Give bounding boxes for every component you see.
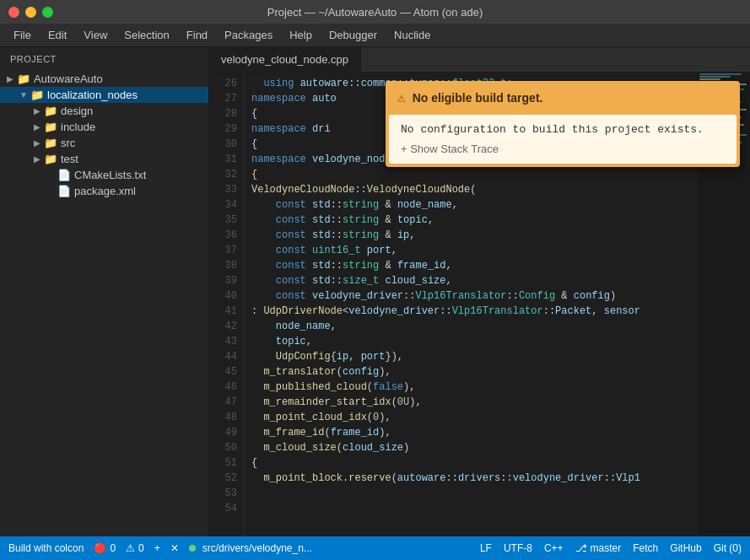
file-path-label: src/drivers/velodyne_n... (202, 542, 312, 554)
arrow-icon: ▶ (30, 106, 44, 116)
menubar-item-debugger[interactable]: Debugger (322, 26, 384, 44)
minimize-button[interactable] (25, 7, 36, 18)
code-line: m_translator(config), (251, 364, 691, 380)
statusbar: Build with colcon 🔴 0 ⚠ 0 + ✕ src/driver… (0, 536, 750, 560)
sidebar-item-label: test (61, 153, 78, 165)
fetch-label: Fetch (633, 542, 658, 554)
menubar-item-help[interactable]: Help (283, 26, 319, 44)
menubar-item-file[interactable]: File (7, 26, 38, 44)
editor-area: velodyne_cloud_node.cpp 2627282930 31323… (209, 47, 750, 536)
code-line: m_published_cloud(false), (251, 380, 691, 395)
arrow-icon: ▼ (17, 90, 30, 100)
code-line: m_point_block.reserve(autoware::drivers:… (251, 471, 691, 486)
code-line: m_frame_id(frame_id), (251, 425, 691, 440)
folder-icon: 📁 (44, 121, 57, 133)
fetch-button[interactable]: Fetch (633, 542, 658, 554)
menubar-item-edit[interactable]: Edit (41, 26, 73, 44)
folder-icon: 📁 (44, 153, 57, 165)
line-numbers: 2627282930 3132333435 3637383940 4142434… (209, 73, 245, 536)
branch-info[interactable]: ⎇ master (575, 542, 622, 554)
menubar-item-nuclide[interactable]: Nuclide (387, 26, 437, 44)
sidebar-item-label: AutowareAuto (34, 73, 103, 85)
sidebar-item-test[interactable]: ▶ 📁 test (0, 151, 208, 167)
charset[interactable]: UTF-8 (504, 542, 532, 554)
git-button[interactable]: Git (0) (714, 542, 742, 554)
window-title: Project — ~/AutowareAuto — Atom (on ade) (267, 6, 483, 19)
code-line: m_point_cloud_idx(0), (251, 410, 691, 425)
arrow-icon: ▶ (30, 138, 44, 148)
window-controls[interactable] (8, 7, 53, 18)
code-line: const std::string & ip, (251, 228, 691, 243)
add-panel-button[interactable]: + (154, 542, 160, 554)
sidebar-item-localization-nodes[interactable]: ▼ 📁 localization_nodes (0, 87, 208, 103)
folder-icon: 📁 (17, 73, 30, 85)
code-line: UdpConfig{ip, port}), (251, 349, 691, 364)
notification-popup: ⚠ No eligible build target. No configura… (386, 81, 740, 167)
warning-icon: ⚠ (126, 542, 135, 554)
tab-bar: velodyne_cloud_node.cpp (209, 47, 750, 73)
arrow-icon: ▶ (3, 74, 17, 83)
sidebar-item-label: localization_nodes (47, 89, 138, 101)
code-line: : UdpDriverNode<velodyne_driver::Vlp16Tr… (251, 304, 691, 319)
code-line: VelodyneCloudNode::VelodyneCloudNode( (251, 182, 691, 197)
code-line: const std::size_t cloud_size, (251, 273, 691, 288)
notification-message: No configuration to build this project e… (401, 123, 725, 136)
menubar-item-selection[interactable]: Selection (117, 26, 175, 44)
plus-icon: + (154, 542, 160, 554)
language-label: C++ (544, 542, 564, 554)
error-count: 🔴 0 (94, 542, 116, 554)
file-tree: ▶ 📁 AutowareAuto ▼ 📁 localization_nodes … (0, 71, 208, 199)
sidebar-item-label: src (61, 137, 75, 149)
file-icon: 📄 (57, 169, 71, 181)
notification-body: No configuration to build this project e… (389, 115, 737, 164)
sidebar-item-label: CMakeLists.txt (74, 169, 146, 181)
build-status[interactable]: Build with colcon (8, 542, 84, 554)
charset-label: UTF-8 (504, 542, 532, 554)
code-line: topic, (251, 334, 691, 349)
code-line: const std::string & frame_id, (251, 258, 691, 273)
menubar: FileEditViewSelectionFindPackagesHelpDeb… (0, 24, 750, 47)
statusbar-right: LF UTF-8 C++ ⎇ master Fetch GitHub Git (… (480, 542, 742, 554)
menubar-item-find[interactable]: Find (180, 26, 214, 44)
sidebar-item-include[interactable]: ▶ 📁 include (0, 119, 208, 135)
tab-filename: velodyne_cloud_node.cpp (221, 53, 348, 66)
line-ending[interactable]: LF (480, 542, 492, 554)
build-label: Build with colcon (8, 542, 84, 554)
branch-name: master (591, 542, 622, 554)
code-line: const std::string & node_name, (251, 197, 691, 213)
code-line: const velodyne_driver::Vlp16Translator::… (251, 288, 691, 304)
sidebar-item-src[interactable]: ▶ 📁 src (0, 135, 208, 151)
sidebar-item-cmakelists[interactable]: ▶ 📄 CMakeLists.txt (0, 167, 208, 183)
warning-icon: ⚠ (397, 89, 406, 106)
warning-number: 0 (138, 542, 144, 554)
git-label: Git (0) (714, 542, 742, 554)
encoding-label: LF (480, 542, 492, 554)
sidebar-item-design[interactable]: ▶ 📁 design (0, 103, 208, 119)
code-line: { (251, 167, 691, 182)
language[interactable]: C++ (544, 542, 564, 554)
code-line: node_name, (251, 319, 691, 334)
menubar-item-view[interactable]: View (77, 26, 114, 44)
code-editor[interactable]: 2627282930 3132333435 3637383940 4142434… (209, 73, 750, 536)
maximize-button[interactable] (42, 7, 53, 18)
sidebar-item-autowareAuto[interactable]: ▶ 📁 AutowareAuto (0, 71, 208, 87)
code-line: m_remainder_start_idx(0U), (251, 395, 691, 410)
error-number: 0 (110, 542, 116, 554)
close-icon: ✕ (170, 542, 179, 554)
code-line: m_cloud_size(cloud_size) (251, 440, 691, 455)
folder-icon: 📁 (44, 137, 57, 149)
show-stack-trace-button[interactable]: + Show Stack Trace (401, 143, 725, 155)
sidebar-item-label: package.xml (74, 185, 136, 197)
sidebar-item-label: include (61, 121, 95, 133)
github-button[interactable]: GitHub (670, 542, 701, 554)
arrow-icon: ▶ (30, 122, 44, 132)
file-status-dot (189, 545, 196, 552)
close-button[interactable] (8, 7, 19, 18)
arrow-icon: ▶ (30, 154, 44, 164)
sidebar-item-label: design (61, 105, 93, 117)
sidebar-item-packagexml[interactable]: ▶ 📄 package.xml (0, 183, 208, 199)
titlebar: Project — ~/AutowareAuto — Atom (on ade) (0, 0, 750, 24)
editor-tab[interactable]: velodyne_cloud_node.cpp (209, 47, 361, 72)
close-panel-button[interactable]: ✕ (170, 542, 179, 554)
menubar-item-packages[interactable]: Packages (218, 26, 279, 44)
